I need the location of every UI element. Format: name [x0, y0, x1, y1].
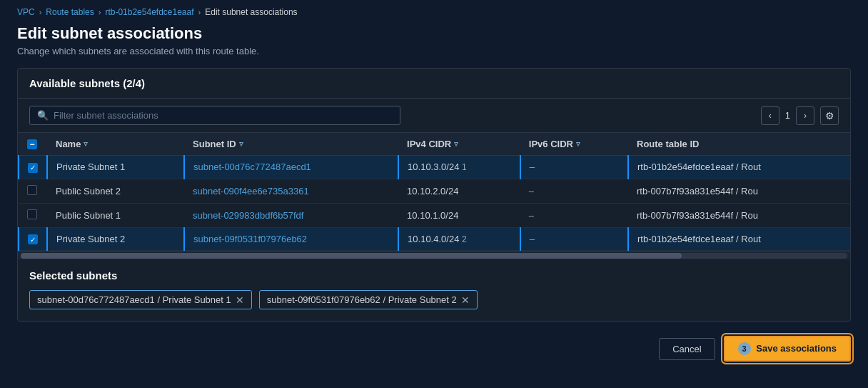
- header-ipv4-cidr[interactable]: IPv4 CIDR ▿: [398, 133, 520, 156]
- subnet-tag-label: subnet-00d76c772487aecd1 / Private Subne…: [37, 294, 231, 305]
- checkbox-cell[interactable]: [19, 179, 47, 203]
- table-header-row: − Name ▿ Subnet ID ▿: [19, 133, 850, 156]
- cancel-button[interactable]: Cancel: [659, 338, 715, 360]
- selected-subnets-section: Selected subnets subnet-00d76c772487aecd…: [18, 259, 850, 321]
- header-name[interactable]: Name ▿: [47, 133, 184, 156]
- row-checkbox[interactable]: [27, 185, 37, 195]
- checkbox-cell[interactable]: ✓: [19, 227, 47, 251]
- ipv4-cidr-cell: 10.10.2.0/24: [398, 179, 520, 203]
- page-header: Edit subnet associations Change which su…: [0, 21, 868, 68]
- sort-ipv6-icon: ▿: [576, 139, 580, 149]
- subnet-id-link[interactable]: subnet-00d76c772487aecd1: [193, 161, 311, 172]
- name-cell: Public Subnet 1: [47, 203, 184, 227]
- ipv6-cidr-cell: –: [520, 203, 628, 227]
- subnets-table: − Name ▿ Subnet ID ▿: [18, 133, 850, 251]
- main-panel: Available subnets (2/4) 🔍 ‹ 1 › ⚙ −: [17, 68, 851, 322]
- next-page-button[interactable]: ›: [796, 106, 814, 125]
- page-number: 1: [785, 110, 790, 121]
- subnet-id-link[interactable]: subnet-090f4ee6e735a3361: [193, 186, 309, 197]
- header-route-table-id: Route table ID: [628, 133, 850, 156]
- breadcrumb-current: Edit subnet associations: [205, 7, 297, 17]
- ipv6-cidr-cell: –: [520, 227, 628, 251]
- cidr-step-number: 1: [462, 162, 467, 172]
- selected-subnets-title: Selected subnets: [29, 269, 839, 282]
- horizontal-scrollbar[interactable]: [18, 251, 850, 259]
- footer-actions: Cancel 3 Save associations: [0, 327, 868, 370]
- ipv6-cidr-cell: –: [520, 156, 628, 179]
- ipv4-cidr-cell: 10.10.1.0/24: [398, 203, 520, 227]
- route-table-id-cell: rtb-007b7f93a831e544f / Rou: [628, 179, 850, 203]
- checkbox-cell[interactable]: [19, 203, 47, 227]
- page-subtitle: Change which subnets are associated with…: [17, 46, 851, 56]
- name-cell: Public Subnet 2: [47, 179, 184, 203]
- table-row[interactable]: ✓ Private Subnet 1 subnet-00d76c772487ae…: [19, 156, 850, 179]
- ipv4-cidr-cell: 10.10.3.0/24 1: [398, 156, 520, 179]
- tag-remove-button[interactable]: ✕: [461, 295, 470, 305]
- breadcrumb-rtb-id[interactable]: rtb-01b2e54efdce1eaaf: [105, 7, 193, 17]
- sort-name-icon: ▿: [84, 139, 88, 149]
- search-input[interactable]: [54, 110, 393, 121]
- sort-subnet-icon: ▿: [239, 139, 243, 149]
- cidr-step-number: 2: [462, 234, 467, 244]
- subnet-id-cell[interactable]: subnet-00d76c772487aecd1: [184, 156, 398, 179]
- checkbox-cell[interactable]: ✓: [19, 156, 47, 179]
- subnet-id-link[interactable]: subnet-09f0531f07976eb62: [193, 234, 307, 244]
- ipv6-cidr-cell: –: [520, 179, 628, 203]
- save-step-number: 3: [738, 342, 751, 355]
- select-all-checkbox[interactable]: −: [27, 139, 37, 149]
- settings-button[interactable]: ⚙: [820, 106, 839, 125]
- subnet-id-cell[interactable]: subnet-090f4ee6e735a3361: [184, 179, 398, 203]
- row-checkbox[interactable]: ✓: [28, 234, 38, 244]
- subnet-id-cell[interactable]: subnet-029983dbdf6b57fdf: [184, 203, 398, 227]
- row-checkbox[interactable]: [27, 209, 37, 219]
- route-table-id-cell: rtb-01b2e54efdce1eaaf / Rout: [628, 156, 850, 179]
- search-icon: 🔍: [37, 110, 49, 121]
- table-row[interactable]: Public Subnet 2 subnet-090f4ee6e735a3361…: [19, 179, 850, 203]
- subnet-tag-label: subnet-09f0531f07976eb62 / Private Subne…: [267, 294, 457, 305]
- toolbar-right: ‹ 1 › ⚙: [761, 106, 839, 125]
- subnet-tag: subnet-09f0531f07976eb62 / Private Subne…: [259, 290, 478, 309]
- available-subnets-title: Available subnets (2/4): [29, 77, 145, 89]
- toolbar: 🔍 ‹ 1 › ⚙: [18, 99, 850, 133]
- route-table-id-cell: rtb-007b7f93a831e544f / Rou: [628, 203, 850, 227]
- name-cell: Private Subnet 2: [47, 227, 184, 251]
- subnets-table-container: − Name ▿ Subnet ID ▿: [18, 133, 850, 251]
- subnet-tag: subnet-00d76c772487aecd1 / Private Subne…: [29, 290, 252, 309]
- breadcrumb-route-tables[interactable]: Route tables: [46, 7, 94, 17]
- save-button-label: Save associations: [756, 343, 837, 354]
- page-title: Edit subnet associations: [17, 24, 851, 43]
- search-box[interactable]: 🔍: [29, 106, 400, 125]
- route-table-id-cell: rtb-01b2e54efdce1eaaf / Rout: [628, 227, 850, 251]
- subnet-id-cell[interactable]: subnet-09f0531f07976eb62: [184, 227, 398, 251]
- tag-remove-button[interactable]: ✕: [236, 295, 244, 305]
- name-cell: Private Subnet 1: [47, 156, 184, 179]
- panel-header: Available subnets (2/4): [18, 69, 850, 99]
- header-ipv6-cidr[interactable]: IPv6 CIDR ▿: [520, 133, 628, 156]
- save-associations-button[interactable]: 3 Save associations: [724, 336, 851, 362]
- breadcrumb: VPC › Route tables › rtb-01b2e54efdce1ea…: [0, 0, 868, 21]
- table-row[interactable]: ✓ Private Subnet 2 subnet-09f0531f07976e…: [19, 227, 850, 251]
- prev-page-button[interactable]: ‹: [761, 106, 779, 125]
- header-checkbox-col[interactable]: −: [19, 133, 47, 156]
- row-checkbox[interactable]: ✓: [28, 163, 38, 173]
- subnet-tags-container: subnet-00d76c772487aecd1 / Private Subne…: [29, 290, 839, 309]
- sort-ipv4-icon: ▿: [454, 139, 458, 149]
- breadcrumb-vpc[interactable]: VPC: [17, 7, 35, 17]
- header-subnet-id[interactable]: Subnet ID ▿: [184, 133, 398, 156]
- subnet-id-link[interactable]: subnet-029983dbdf6b57fdf: [193, 210, 303, 221]
- ipv4-cidr-cell: 10.10.4.0/24 2: [398, 227, 520, 251]
- table-row[interactable]: Public Subnet 1 subnet-029983dbdf6b57fdf…: [19, 203, 850, 227]
